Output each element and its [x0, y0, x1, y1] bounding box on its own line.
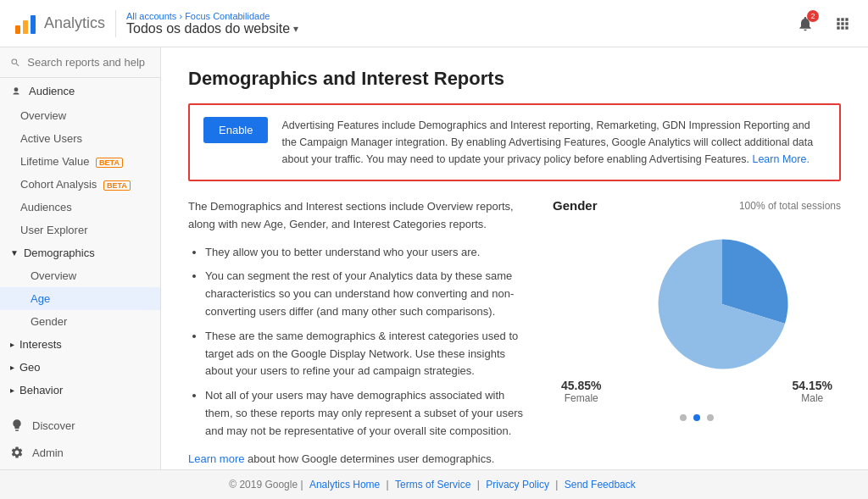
- logo: Analytics: [14, 12, 105, 36]
- terms-of-service-link[interactable]: Terms of Service: [395, 479, 470, 491]
- sidebar: Audience Overview Active Users Lifetime …: [0, 47, 161, 469]
- property-name: Todos os dados do website: [126, 21, 290, 36]
- dot-3[interactable]: [707, 414, 714, 421]
- expand-icon: ▸: [10, 385, 14, 395]
- admin-label: Admin: [32, 446, 64, 459]
- search-icon: [10, 57, 20, 69]
- privacy-policy-footer-link[interactable]: Privacy Policy: [486, 479, 549, 491]
- list-item: These are the same demographics & intere…: [205, 328, 532, 380]
- header-divider: [115, 10, 116, 37]
- female-label: 45.85% Female: [561, 379, 601, 404]
- notifications-button[interactable]: 2: [793, 12, 817, 36]
- sidebar-item-overview[interactable]: Overview: [0, 104, 160, 127]
- enable-box: Enable Advertising Features include Demo…: [188, 103, 841, 181]
- chart-pagination-dots: [553, 414, 841, 421]
- sidebar-item-user-explorer[interactable]: User Explorer: [0, 219, 160, 241]
- svg-rect-1: [23, 20, 28, 34]
- svg-rect-0: [15, 25, 20, 34]
- sidebar-item-behavior[interactable]: ▸ Behavior: [0, 379, 160, 402]
- chart-title: Gender: [553, 198, 598, 213]
- analytics-logo-icon: [14, 12, 37, 36]
- pie-chart-svg: [604, 219, 841, 389]
- female-text: Female: [561, 392, 601, 404]
- sidebar-item-gender[interactable]: Gender: [0, 310, 160, 333]
- app-title: Analytics: [44, 14, 105, 32]
- breadcrumb-sep: ›: [179, 11, 182, 21]
- svg-rect-2: [31, 15, 36, 34]
- lightbulb-icon: [10, 419, 24, 432]
- sidebar-item-discover[interactable]: Discover: [0, 412, 160, 439]
- search-input[interactable]: [27, 56, 150, 69]
- person-icon: [10, 86, 22, 97]
- analytics-home-link[interactable]: Analytics Home: [309, 479, 380, 491]
- geo-label: Geo: [19, 361, 41, 374]
- dot-1[interactable]: [680, 414, 687, 421]
- sidebar-item-audiences[interactable]: Audiences: [0, 196, 160, 219]
- beta-badge: BETA: [103, 180, 131, 191]
- content-area: Demographics and Interest Reports Enable…: [161, 47, 868, 469]
- enable-button[interactable]: Enable: [203, 117, 268, 143]
- link-suffix-1: about how Google determines user demogra…: [248, 452, 494, 465]
- enable-description: Advertising Features include Demographic…: [281, 117, 826, 168]
- expand-icon: ▸: [10, 340, 14, 349]
- apps-button[interactable]: [831, 12, 854, 36]
- chart-subtitle: 100% of total sessions: [739, 200, 841, 212]
- female-percentage: 45.85%: [561, 379, 601, 392]
- chart-header: Gender 100% of total sessions: [553, 198, 841, 213]
- discover-label: Discover: [32, 419, 75, 432]
- learn-more-link[interactable]: Learn More.: [752, 153, 809, 165]
- sidebar-item-age[interactable]: Age: [0, 287, 160, 310]
- breadcrumb-link[interactable]: Focus Contabilidade: [185, 11, 270, 21]
- feature-list: They allow you to better understand who …: [188, 244, 532, 441]
- description-col: The Demographics and Interest sections i…: [188, 198, 532, 469]
- gender-chart: Gender 100% of total sessions: [553, 198, 841, 421]
- intro-paragraph: The Demographics and Interest sections i…: [188, 198, 532, 234]
- notification-count: 2: [807, 10, 819, 22]
- dot-2[interactable]: [693, 414, 700, 421]
- header: Analytics All accounts › Focus Contabili…: [0, 0, 868, 47]
- property-selector[interactable]: Todos os dados do website ▾: [126, 21, 298, 36]
- header-actions: 2: [793, 12, 854, 36]
- demographics-label: Demographics: [24, 247, 95, 259]
- list-item: You can segment the rest of your Analyti…: [205, 268, 532, 320]
- interests-label: Interests: [19, 338, 62, 351]
- search-box[interactable]: [0, 47, 160, 78]
- beta-badge: BETA: [96, 158, 123, 168]
- main-two-col: The Demographics and Interest sections i…: [188, 198, 841, 469]
- send-feedback-link[interactable]: Send Feedback: [565, 479, 636, 491]
- sidebar-item-interests[interactable]: ▸ Interests: [0, 333, 160, 356]
- chart-col: Gender 100% of total sessions: [553, 198, 841, 469]
- pie-chart-container: [604, 219, 790, 372]
- main-layout: Audience Overview Active Users Lifetime …: [0, 47, 868, 469]
- link-paragraph-1: Learn more about how Google determines u…: [188, 451, 532, 469]
- chevron-down-icon: ▾: [293, 23, 298, 35]
- learn-more-demographics-link[interactable]: Learn more: [188, 452, 244, 465]
- sidebar-bottom: Discover Admin: [0, 412, 160, 466]
- sidebar-item-audience[interactable]: Audience: [0, 78, 160, 104]
- breadcrumb: All accounts › Focus Contabilidade: [126, 11, 298, 21]
- male-text: Male: [793, 392, 832, 404]
- grid-icon: [834, 15, 851, 32]
- footer: © 2019 Google | Analytics Home | Terms o…: [0, 469, 868, 499]
- sidebar-item-geo[interactable]: ▸ Geo: [0, 356, 160, 379]
- list-item: They allow you to better understand who …: [205, 244, 532, 262]
- behavior-label: Behavior: [19, 384, 63, 396]
- settings-icon: [10, 446, 24, 459]
- sidebar-item-cohort-analysis[interactable]: Cohort Analysis BETA: [0, 173, 160, 196]
- copyright: © 2019 Google: [229, 479, 298, 491]
- sidebar-item-dem-overview[interactable]: Overview: [0, 264, 160, 287]
- sidebar-item-active-users[interactable]: Active Users: [0, 127, 160, 150]
- expand-icon: ▸: [10, 363, 14, 372]
- enable-text-body: Advertising Features include Demographic…: [281, 119, 813, 165]
- sidebar-item-admin[interactable]: Admin: [0, 439, 160, 466]
- expand-icon: ▼: [10, 248, 19, 258]
- list-item: Not all of your users may have demograph…: [205, 387, 532, 440]
- header-nav: All accounts › Focus Contabilidade Todos…: [126, 11, 298, 36]
- page-title: Demographics and Interest Reports: [188, 68, 841, 90]
- sidebar-item-lifetime-value[interactable]: Lifetime Value BETA: [0, 150, 160, 173]
- sidebar-item-demographics[interactable]: ▼ Demographics: [0, 241, 160, 264]
- breadcrumb-prefix: All accounts: [126, 11, 176, 21]
- audience-label: Audience: [29, 85, 75, 97]
